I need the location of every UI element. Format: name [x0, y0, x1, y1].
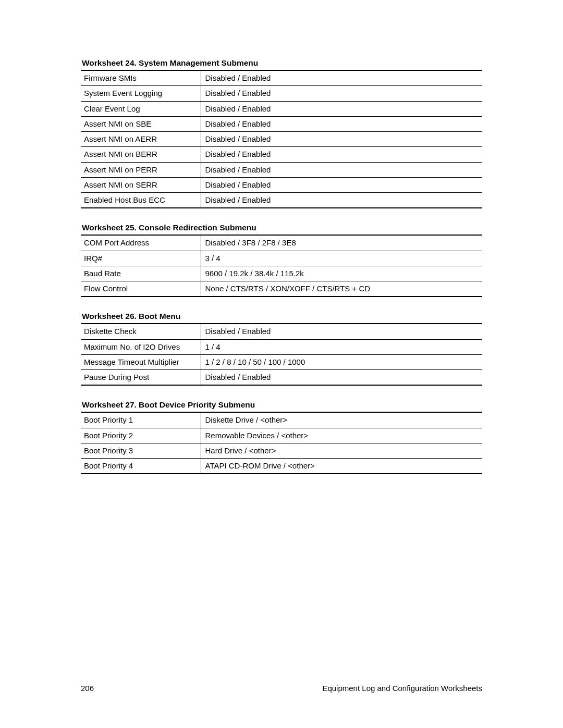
worksheet-24-title: Worksheet 24. System Management Submenu — [81, 58, 482, 71]
worksheet-25: Worksheet 25. Console Redirection Submen… — [81, 223, 482, 297]
row-label: Boot Priority 1 — [81, 413, 201, 428]
row-value: Diskette Drive / <other> — [201, 413, 482, 428]
row-label: COM Port Address — [81, 236, 201, 251]
table-row: Assert NMI on AERRDisabled / Enabled — [81, 132, 482, 147]
row-value: Disabled / Enabled — [201, 193, 482, 208]
page-content: Worksheet 24. System Management Submenu … — [0, 0, 563, 474]
row-value: Disabled / Enabled — [201, 324, 482, 339]
row-label: Pause During Post — [81, 370, 201, 386]
table-row: Boot Priority 1Diskette Drive / <other> — [81, 413, 482, 428]
table-row: Boot Priority 3Hard Drive / <other> — [81, 443, 482, 458]
row-label: Diskette Check — [81, 324, 201, 339]
row-value: Disabled / Enabled — [201, 177, 482, 192]
row-value: 1 / 4 — [201, 339, 482, 354]
row-label: Boot Priority 4 — [81, 459, 201, 474]
row-label: Maximum No. of I2O Drives — [81, 339, 201, 354]
worksheet-27-title: Worksheet 27. Boot Device Priority Subme… — [81, 400, 482, 413]
worksheet-27: Worksheet 27. Boot Device Priority Subme… — [81, 400, 482, 474]
worksheet-24: Worksheet 24. System Management Submenu … — [81, 58, 482, 208]
page-footer: 206 Equipment Log and Configuration Work… — [81, 684, 482, 693]
row-value: None / CTS/RTS / XON/XOFF / CTS/RTS + CD — [201, 281, 482, 297]
worksheet-27-table: Boot Priority 1Diskette Drive / <other> … — [81, 413, 482, 474]
table-row: Assert NMI on BERRDisabled / Enabled — [81, 147, 482, 162]
row-label: Boot Priority 3 — [81, 443, 201, 458]
table-row: Assert NMI on SBEDisabled / Enabled — [81, 116, 482, 131]
footer-section-title: Equipment Log and Configuration Workshee… — [322, 684, 482, 693]
row-value: Disabled / Enabled — [201, 116, 482, 131]
row-label: Flow Control — [81, 281, 201, 297]
worksheet-26: Worksheet 26. Boot Menu Diskette CheckDi… — [81, 312, 482, 386]
row-label: Clear Event Log — [81, 101, 201, 116]
row-label: Assert NMI on BERR — [81, 147, 201, 162]
row-value: Disabled / Enabled — [201, 162, 482, 177]
table-row: Diskette CheckDisabled / Enabled — [81, 324, 482, 339]
row-value: ATAPI CD-ROM Drive / <other> — [201, 459, 482, 474]
table-row: COM Port AddressDisabled / 3F8 / 2F8 / 3… — [81, 236, 482, 251]
table-row: Message Timeout Multiplier 1 / 2 / 8 / 1… — [81, 354, 482, 369]
worksheet-26-table: Diskette CheckDisabled / Enabled Maximum… — [81, 324, 482, 386]
row-value: Disabled / Enabled — [201, 101, 482, 116]
row-label: Assert NMI on SERR — [81, 177, 201, 192]
row-value: Disabled / 3F8 / 2F8 / 3E8 — [201, 236, 482, 251]
row-label: Baud Rate — [81, 266, 201, 281]
table-row: Enabled Host Bus ECCDisabled / Enabled — [81, 193, 482, 208]
row-value: Disabled / Enabled — [201, 370, 482, 386]
row-value: 9600 / 19.2k / 38.4k / 115.2k — [201, 266, 482, 281]
table-row: IRQ#3 / 4 — [81, 251, 482, 266]
row-label: Assert NMI on SBE — [81, 116, 201, 131]
table-row: Assert NMI on PERRDisabled / Enabled — [81, 162, 482, 177]
row-label: System Event Logging — [81, 86, 201, 101]
row-value: 3 / 4 — [201, 251, 482, 266]
worksheet-24-table: Firmware SMIsDisabled / Enabled System E… — [81, 71, 482, 208]
table-row: Flow ControlNone / CTS/RTS / XON/XOFF / … — [81, 281, 482, 297]
row-label: Assert NMI on AERR — [81, 132, 201, 147]
table-row: Maximum No. of I2O Drives 1 / 4 — [81, 339, 482, 354]
worksheet-25-title: Worksheet 25. Console Redirection Submen… — [81, 223, 482, 236]
row-label: Enabled Host Bus ECC — [81, 193, 201, 208]
row-label: Message Timeout Multiplier — [81, 354, 201, 369]
table-row: Baud Rate9600 / 19.2k / 38.4k / 115.2k — [81, 266, 482, 281]
table-row: Assert NMI on SERRDisabled / Enabled — [81, 177, 482, 192]
row-value: Disabled / Enabled — [201, 147, 482, 162]
worksheet-26-title: Worksheet 26. Boot Menu — [81, 312, 482, 324]
row-label: Boot Priority 2 — [81, 428, 201, 443]
row-value: Disabled / Enabled — [201, 71, 482, 86]
row-value: 1 / 2 / 8 / 10 / 50 / 100 / 1000 — [201, 354, 482, 369]
row-value: Disabled / Enabled — [201, 86, 482, 101]
page-number: 206 — [81, 684, 94, 693]
row-value: Removable Devices / <other> — [201, 428, 482, 443]
table-row: Pause During PostDisabled / Enabled — [81, 370, 482, 386]
row-value: Disabled / Enabled — [201, 132, 482, 147]
row-label: Firmware SMIs — [81, 71, 201, 86]
worksheet-25-table: COM Port AddressDisabled / 3F8 / 2F8 / 3… — [81, 236, 482, 297]
row-value: Hard Drive / <other> — [201, 443, 482, 458]
table-row: Boot Priority 2Removable Devices / <othe… — [81, 428, 482, 443]
row-label: Assert NMI on PERR — [81, 162, 201, 177]
row-label: IRQ# — [81, 251, 201, 266]
table-row: Firmware SMIsDisabled / Enabled — [81, 71, 482, 86]
table-row: System Event LoggingDisabled / Enabled — [81, 86, 482, 101]
table-row: Clear Event LogDisabled / Enabled — [81, 101, 482, 116]
table-row: Boot Priority 4ATAPI CD-ROM Drive / <oth… — [81, 459, 482, 474]
